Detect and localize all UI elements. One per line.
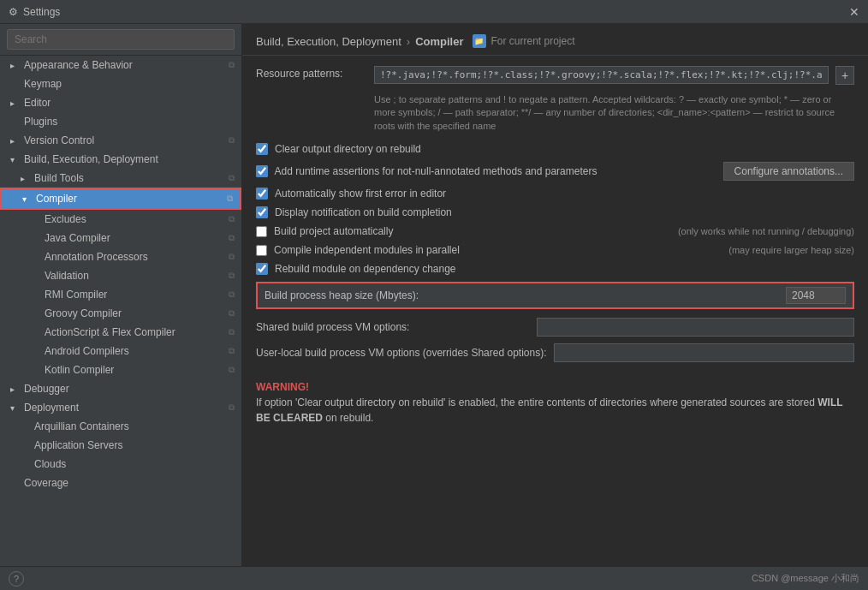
search-box: [0, 24, 241, 56]
copy-icon: ⧉: [229, 365, 235, 375]
sidebar-item-arquillian[interactable]: Arquillian Containers: [0, 417, 241, 436]
copy-icon: ⧉: [229, 214, 235, 224]
arrow-icon: ▾: [10, 155, 21, 164]
resource-patterns-input[interactable]: [374, 66, 829, 84]
warning-box: WARNING! If option 'Clear output directo…: [256, 369, 854, 426]
user-vm-input[interactable]: [554, 343, 855, 362]
show-error-label: Automatically show first error in editor: [275, 188, 446, 200]
build-auto-checkbox[interactable]: [256, 226, 267, 237]
warning-emphasis: WILL BE CLEARED: [256, 396, 842, 424]
sidebar-item-label: Keymap: [24, 78, 62, 90]
sidebar-item-label: Coverage: [24, 477, 68, 489]
sidebar-item-build-tools[interactable]: ▸ Build Tools ⧉: [0, 169, 241, 188]
sidebar-item-kotlin-compiler[interactable]: Kotlin Compiler ⧉: [0, 361, 241, 379]
sidebar-item-plugins[interactable]: Plugins: [0, 112, 241, 131]
close-button[interactable]: ✕: [849, 5, 859, 19]
arrow-icon: ▾: [22, 194, 33, 204]
sidebar-item-app-servers[interactable]: Application Servers: [0, 436, 241, 455]
copy-icon: ⧉: [229, 135, 235, 146]
warning-body: If option 'Clear output directory on reb…: [256, 396, 842, 424]
warning-title: WARNING!: [256, 381, 309, 393]
checkbox-build-auto-row: Build project automatically (only works …: [256, 225, 854, 237]
sidebar-item-java-compiler[interactable]: Java Compiler ⧉: [0, 229, 241, 247]
sidebar-item-validation[interactable]: Validation ⧉: [0, 266, 241, 285]
shared-vm-row: Shared build process VM options:: [256, 318, 854, 337]
sidebar-item-rmi-compiler[interactable]: RMI Compiler ⧉: [0, 285, 241, 304]
sidebar-item-label: Validation: [45, 270, 89, 282]
breadcrumb-part1: Build, Execution, Deployment: [256, 35, 401, 48]
rebuild-dependency-checkbox[interactable]: [256, 263, 268, 275]
rebuild-dependency-label: Rebuild module on dependency change: [275, 263, 456, 275]
build-auto-label: Build project automatically: [274, 225, 671, 237]
shared-vm-input[interactable]: [537, 318, 854, 337]
checkbox-show-error: Automatically show first error in editor: [256, 188, 854, 200]
sidebar-item-editor[interactable]: ▸ Editor: [0, 93, 241, 112]
sidebar-item-label: Excludes: [45, 213, 86, 225]
sidebar-item-label: ActionScript & Flex Compiler: [45, 326, 175, 338]
compile-parallel-hint: (may require larger heap size): [728, 245, 854, 255]
copy-icon: ⧉: [229, 308, 235, 319]
sidebar-item-compiler[interactable]: ▾ Compiler ⧉: [0, 188, 241, 210]
runtime-assertions-checkbox[interactable]: [256, 165, 268, 177]
window-title: Settings: [23, 6, 60, 18]
sidebar-item-annotation-processors[interactable]: Annotation Processors ⧉: [0, 247, 241, 266]
copy-icon: ⧉: [229, 289, 235, 300]
sidebar-item-excludes[interactable]: Excludes ⧉: [0, 210, 241, 229]
sidebar-item-label: Plugins: [24, 116, 57, 128]
arrow-icon: ▸: [21, 174, 31, 183]
for-project-label: For current project: [491, 35, 575, 47]
resource-patterns-hint: Use ; to separate patterns and ! to nega…: [374, 93, 854, 133]
heap-size-row: Build process heap size (Mbytes):: [256, 282, 854, 309]
copy-icon: ⧉: [229, 327, 235, 337]
sidebar-item-clouds[interactable]: Clouds: [0, 455, 241, 474]
resource-patterns-row: Resource patterns: +: [256, 66, 854, 85]
compile-parallel-checkbox[interactable]: [256, 245, 267, 256]
copy-icon: ⧉: [229, 271, 235, 281]
runtime-assertions-row: Add runtime assertions for not-null-anno…: [275, 162, 854, 181]
bottom-bar: ? CSDN @message 小和尚: [0, 566, 868, 590]
sidebar-item-label: Build Tools: [34, 172, 84, 184]
show-error-checkbox[interactable]: [256, 188, 268, 200]
content-header: Build, Execution, Deployment › Compiler …: [242, 24, 868, 56]
sidebar-item-build-exec[interactable]: ▾ Build, Execution, Deployment: [0, 150, 241, 169]
sidebar-item-debugger[interactable]: ▸ Debugger: [0, 379, 241, 398]
configure-annotations-button[interactable]: Configure annotations...: [723, 162, 854, 181]
sidebar-item-keymap[interactable]: Keymap: [0, 74, 241, 93]
search-input[interactable]: [7, 29, 235, 50]
runtime-assertions-label: Add runtime assertions for not-null-anno…: [275, 165, 597, 177]
breadcrumb-current: Compiler: [415, 35, 463, 48]
sidebar-item-appearance[interactable]: ▸ Appearance & Behavior ⧉: [0, 56, 241, 74]
settings-icon: ⚙: [9, 6, 18, 18]
sidebar: ▸ Appearance & Behavior ⧉ Keymap ▸ Edito…: [0, 24, 242, 590]
notification-checkbox[interactable]: [256, 206, 268, 218]
arrow-icon: ▸: [10, 384, 21, 394]
sidebar-item-label: Application Servers: [34, 439, 122, 451]
help-button[interactable]: ?: [9, 571, 24, 587]
sidebar-item-label: Clouds: [34, 458, 66, 470]
sidebar-item-deployment[interactable]: ▾ Deployment ⧉: [0, 398, 241, 417]
clear-output-checkbox[interactable]: [256, 143, 268, 155]
bottom-left: ?: [9, 571, 24, 587]
sidebar-item-android-compilers[interactable]: Android Compilers ⧉: [0, 342, 241, 361]
copy-icon: ⧉: [229, 60, 235, 70]
sidebar-item-label: Java Compiler: [45, 232, 110, 244]
copy-icon: ⧉: [229, 402, 235, 413]
sidebar-item-actionscript[interactable]: ActionScript & Flex Compiler ⧉: [0, 323, 241, 342]
sidebar-item-version-control[interactable]: ▸ Version Control ⧉: [0, 131, 241, 150]
heap-size-input[interactable]: [786, 287, 846, 304]
checkbox-clear-output: Clear output directory on rebuild: [256, 143, 854, 155]
add-pattern-button[interactable]: +: [835, 66, 854, 85]
sidebar-item-coverage[interactable]: Coverage: [0, 474, 241, 492]
content-area: Build, Execution, Deployment › Compiler …: [242, 24, 868, 590]
title-bar-left: ⚙ Settings: [9, 6, 60, 18]
sidebar-item-label: RMI Compiler: [45, 289, 107, 301]
sidebar-item-label: Version Control: [24, 134, 94, 146]
checkbox-notification: Display notification on build completion: [256, 206, 854, 218]
sidebar-item-groovy-compiler[interactable]: Groovy Compiler ⧉: [0, 304, 241, 323]
user-vm-row: User-local build process VM options (ove…: [256, 343, 854, 362]
bottom-right-text: CSDN @message 小和尚: [752, 572, 859, 585]
notification-label: Display notification on build completion: [275, 206, 452, 218]
heap-size-label: Build process heap size (Mbytes):: [265, 289, 779, 301]
arrow-icon: ▸: [10, 136, 21, 146]
build-auto-hint: (only works while not running / debuggin…: [678, 226, 854, 236]
